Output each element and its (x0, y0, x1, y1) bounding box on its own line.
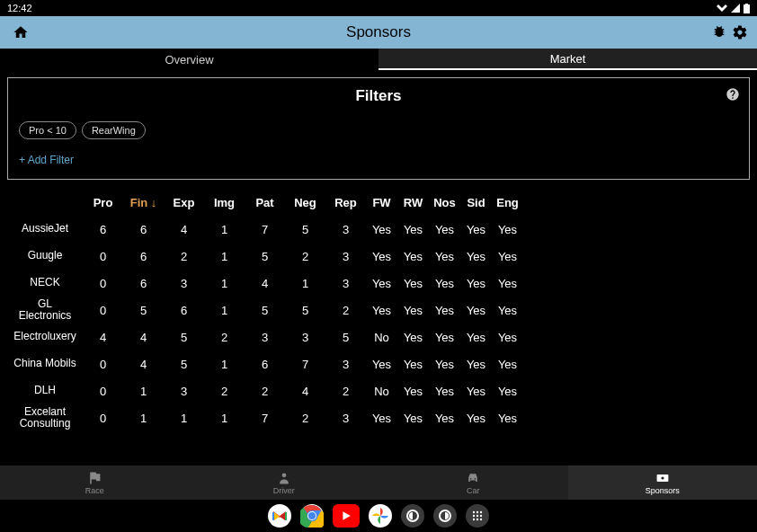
cell: 1 (204, 223, 245, 236)
cell: Yes (460, 304, 492, 317)
sponsor-name: NECK (7, 277, 83, 288)
cell: Yes (429, 358, 460, 371)
column-header-fw[interactable]: FW (366, 196, 397, 209)
bug-button[interactable] (712, 24, 726, 40)
nav-car[interactable]: Car (378, 466, 568, 500)
cell: Yes (429, 412, 460, 425)
cell: No (366, 331, 397, 344)
column-header-neg[interactable]: Neg (285, 196, 325, 209)
cell: 6 (123, 223, 164, 236)
sponsor-name: China Mobils (7, 358, 83, 369)
cell: Yes (366, 358, 397, 371)
cell: 0 (83, 358, 123, 371)
tabs: OverviewMarket (0, 49, 757, 70)
cell: 5 (245, 250, 285, 263)
cell: 3 (325, 358, 366, 371)
sponsor-name: AussieJet (7, 223, 83, 235)
add-filter-button[interactable]: + Add Filter (19, 154, 738, 166)
cell: 0 (83, 304, 123, 317)
filter-chip[interactable]: Pro < 10 (19, 121, 76, 139)
cell: 3 (164, 277, 204, 290)
filter-title: Filters (19, 87, 738, 105)
column-header-nos[interactable]: Nos (429, 196, 460, 209)
cell: Yes (429, 331, 460, 344)
sponsor-name: Excelant Consulting (7, 406, 83, 430)
filter-chip[interactable]: RearWing (82, 121, 146, 139)
cell: Yes (397, 223, 429, 236)
app-bar: Sponsors (0, 16, 757, 49)
cell: 0 (83, 277, 123, 290)
sponsor-name: Guugle (7, 250, 83, 262)
column-header-pro[interactable]: Pro (83, 196, 123, 209)
cell: Yes (492, 412, 523, 425)
column-header-pat[interactable]: Pat (245, 196, 285, 209)
table-row[interactable]: Excelant Consulting0111723YesYesYesYesYe… (7, 404, 750, 431)
nav-sponsors[interactable]: Sponsors (568, 466, 758, 500)
table-row[interactable]: GL Electronics0561552YesYesYesYesYes (7, 297, 750, 324)
cell: Yes (492, 358, 523, 371)
cell: Yes (429, 250, 460, 263)
cell: 2 (325, 385, 366, 398)
column-header-fin[interactable]: Fin ↓ (123, 196, 164, 209)
gmail-icon[interactable] (268, 504, 291, 528)
youtube-icon[interactable] (333, 504, 360, 528)
page-title: Sponsors (346, 23, 411, 41)
svg-rect-0 (744, 4, 750, 13)
home-button[interactable] (13, 24, 29, 40)
cell: Yes (492, 385, 523, 398)
cell: Yes (366, 277, 397, 290)
cell: 6 (164, 304, 204, 317)
cell: 1 (204, 304, 245, 317)
settings-button[interactable] (732, 24, 748, 40)
cell: No (366, 385, 397, 398)
svg-point-13 (480, 511, 482, 513)
table-row[interactable]: DLH0132242NoYesYesYesYes (7, 377, 750, 404)
cell: 2 (285, 250, 325, 263)
svg-point-18 (476, 519, 478, 520)
app-icon-2[interactable] (433, 504, 457, 528)
cell: 1 (123, 412, 164, 425)
column-header-img[interactable]: Img (204, 196, 245, 209)
column-header-rw[interactable]: RW (397, 196, 429, 209)
table-row[interactable]: Guugle0621523YesYesYesYesYes (7, 243, 750, 270)
cell: 3 (164, 385, 204, 398)
cell: Yes (397, 277, 429, 290)
column-header-exp[interactable]: Exp (164, 196, 204, 209)
car-icon (466, 471, 480, 485)
cell: Yes (397, 331, 429, 344)
photos-icon[interactable] (369, 504, 392, 528)
status-icons (717, 4, 750, 13)
chrome-icon[interactable] (300, 504, 324, 528)
svg-point-4 (661, 476, 663, 479)
table-row[interactable]: China Mobils0451673YesYesYesYesYes (7, 350, 750, 377)
app-icon-1[interactable] (401, 504, 424, 528)
svg-point-2 (281, 473, 286, 477)
flag-icon (87, 471, 102, 485)
cell: Yes (429, 385, 460, 398)
cell: Yes (460, 358, 492, 371)
nav-driver[interactable]: Driver (190, 466, 379, 500)
column-header-sid[interactable]: Sid (460, 196, 492, 209)
cell: 2 (204, 385, 245, 398)
table-row[interactable]: NECK0631413YesYesYesYesYes (7, 270, 750, 297)
tab-overview[interactable]: Overview (0, 49, 378, 70)
tab-market[interactable]: Market (378, 49, 757, 70)
cell: 4 (164, 223, 204, 236)
nav-race[interactable]: Race (0, 466, 190, 500)
cell: 1 (123, 385, 164, 398)
help-button[interactable] (726, 87, 740, 102)
cell: 0 (83, 412, 123, 425)
table-row[interactable]: Electroluxery4452335NoYesYesYesYes (7, 324, 750, 350)
column-header-rep[interactable]: Rep (325, 196, 366, 209)
cell: Yes (366, 223, 397, 236)
cell: 6 (123, 250, 164, 263)
svg-point-15 (476, 515, 478, 517)
app-drawer-button[interactable] (466, 504, 489, 528)
cell: 5 (164, 331, 204, 344)
cell: 5 (164, 358, 204, 371)
cell: Yes (460, 223, 492, 236)
cell: 4 (245, 277, 285, 290)
cell: Yes (492, 250, 523, 263)
column-header-eng[interactable]: Eng (492, 196, 523, 209)
table-row[interactable]: AussieJet6641753YesYesYesYesYes (7, 216, 750, 243)
